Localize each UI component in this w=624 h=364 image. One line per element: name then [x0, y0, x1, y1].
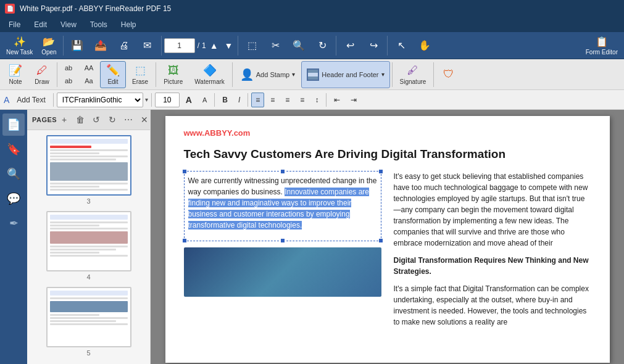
edit-button[interactable]: ✏️ Edit — [100, 61, 126, 88]
save-as-button[interactable]: 📤 — [89, 34, 112, 57]
indent-increase-button[interactable]: ⇥ — [346, 93, 361, 107]
menu-file[interactable]: File — [2, 19, 27, 30]
font-size-up-button[interactable]: A — [181, 93, 196, 107]
hand-icon: ✋ — [418, 39, 431, 51]
watermark-button[interactable]: 🔷 Watermark — [189, 61, 230, 88]
stamp-dropdown-arrow[interactable]: ▾ — [292, 71, 295, 78]
email-button[interactable]: ✉ — [136, 34, 159, 57]
more-options-button[interactable]: ⋯ — [121, 112, 136, 127]
email-icon: ✉ — [143, 39, 151, 51]
page-up-button[interactable]: ▲ — [207, 39, 221, 52]
font-size-down-button[interactable]: A — [198, 93, 211, 107]
sidebar-comment-icon[interactable]: 💬 — [2, 188, 25, 210]
page-document: www.ABBYY.com Tech Savvy Customers Are D… — [165, 116, 610, 363]
page-thumbnail-4[interactable]: 4 — [31, 211, 146, 281]
sidebar-pages-icon[interactable]: 📄 — [2, 114, 25, 136]
note-button[interactable]: 📝 Note — [2, 61, 28, 88]
draw-icon: 🖊 — [36, 64, 48, 77]
select-tool-button[interactable]: ⬚ — [241, 34, 263, 57]
justify-button[interactable]: ≡ — [296, 93, 309, 107]
arrow-tool-button[interactable]: ↖ — [390, 34, 412, 57]
zoom-button[interactable]: 🔍 — [288, 34, 310, 57]
main-area: 📄 🔖 🔍 💬 ✒ PAGES + 🗑 ↺ ↻ ⋯ ✕ — [0, 110, 624, 364]
close-pages-panel[interactable]: ✕ — [137, 112, 152, 127]
menu-tools[interactable]: Tools — [84, 19, 114, 30]
handle-tl[interactable] — [182, 169, 187, 174]
handle-br[interactable] — [378, 238, 383, 243]
menu-view[interactable]: View — [54, 19, 83, 30]
edit-toolbar: 📝 Note 🖊 Draw ab ab AA Aa ✏️ Edit ⬚ Eras… — [0, 59, 624, 90]
page-down-button[interactable]: ▼ — [222, 39, 236, 52]
rotate-page-left-button[interactable]: ↺ — [89, 112, 104, 127]
text-size-aa-btn[interactable]: AA — [80, 62, 98, 74]
add-text-button[interactable]: Add Text — [12, 93, 49, 107]
title-bar: 📄 White Paper.pdf - ABBYY FineReader PDF… — [0, 0, 624, 17]
align-left-button[interactable]: ≡ — [251, 93, 264, 107]
signature-icon: 🖋 — [407, 64, 418, 77]
align-center-button[interactable]: ≡ — [266, 93, 279, 107]
handle-tr[interactable] — [378, 169, 383, 174]
picture-button[interactable]: 🖼 Picture — [158, 61, 188, 88]
redo-button[interactable]: ↪ — [362, 34, 385, 57]
bold-button[interactable]: B — [218, 93, 232, 107]
save-button[interactable]: 💾 — [66, 34, 88, 57]
draw-button[interactable]: 🖊 Draw — [29, 61, 55, 88]
undo-button[interactable]: ↩ — [339, 34, 361, 57]
open-icon: 📂 — [43, 36, 55, 48]
text-edit-group: ab ab — [59, 62, 78, 87]
handle-bl[interactable] — [182, 238, 187, 243]
header-footer-dropdown[interactable]: ▾ — [381, 71, 385, 78]
hand-tool-button[interactable]: ✋ — [414, 34, 436, 57]
indent-decrease-button[interactable]: ⇤ — [330, 93, 344, 107]
menu-edit[interactable]: Edit — [28, 19, 53, 30]
delete-page-button[interactable]: 🗑 — [73, 112, 88, 127]
print-button[interactable]: 🖨 — [113, 34, 135, 57]
sidebar-bookmark-icon[interactable]: 🔖 — [2, 138, 25, 160]
font-family-select[interactable]: ITCFranklinGothic Arial Times New Roman — [57, 93, 143, 107]
handle-tc[interactable] — [280, 169, 285, 174]
edit-separator-2 — [156, 62, 156, 87]
text-edit-ab-btn[interactable]: ab — [59, 62, 78, 74]
page-thumbnail-3[interactable]: 3 — [31, 135, 146, 205]
handle-bc[interactable] — [280, 238, 285, 243]
sidebar-sign-icon[interactable]: ✒ — [2, 212, 25, 234]
print-icon: 🖨 — [119, 40, 129, 51]
menu-help[interactable]: Help — [115, 19, 143, 30]
text-size-aa-btn2[interactable]: Aa — [80, 75, 98, 87]
form-editor-button[interactable]: 📋 Form Editor — [582, 34, 622, 57]
protect-button[interactable]: 🛡 — [436, 61, 462, 88]
open-button[interactable]: 📂 Open — [38, 34, 60, 57]
new-task-icon: ✨ — [14, 36, 26, 48]
rotate-page-right-button[interactable]: ↻ — [105, 112, 120, 127]
rotate-button[interactable]: ↻ — [311, 34, 333, 57]
page-4-number: 4 — [86, 273, 90, 281]
text-edit-ab-btn2[interactable]: ab — [59, 75, 78, 87]
page-thumbnail-5[interactable]: 5 — [31, 287, 146, 357]
redo-icon: ↪ — [370, 39, 378, 51]
crop-button[interactable]: ✂ — [264, 34, 286, 57]
text-cursor-icon: A — [4, 95, 9, 105]
add-stamp-button[interactable]: 👤 Add Stamp ▾ — [235, 61, 301, 88]
page-total: 1 — [202, 41, 206, 50]
page-separator: / — [198, 41, 199, 50]
erase-button[interactable]: ⬚ Erase — [127, 61, 154, 88]
signature-button[interactable]: 🖋 Signature — [394, 61, 432, 88]
line-space-button[interactable]: ↕ — [310, 93, 323, 107]
form-icon: 📋 — [596, 36, 608, 48]
save-as-icon: 📤 — [94, 39, 107, 51]
sidebar-search-icon[interactable]: 🔍 — [2, 163, 25, 185]
font-dropdown-arrow[interactable]: ▾ — [145, 96, 148, 103]
header-footer-button[interactable]: Header and Footer ▾ — [301, 61, 389, 88]
left-column: We are currently witnessing unprecedente… — [184, 171, 381, 334]
add-page-button[interactable]: + — [57, 112, 72, 127]
zoom-icon: 🔍 — [293, 39, 305, 51]
new-task-button[interactable]: ✨ New Task — [2, 34, 36, 57]
italic-button[interactable]: I — [234, 93, 244, 107]
right-col-para1: It's easy to get stuck believing that es… — [394, 171, 591, 249]
align-right-button[interactable]: ≡ — [281, 93, 294, 107]
page-5-number: 5 — [86, 349, 90, 357]
font-size-input[interactable] — [155, 93, 180, 107]
page-number-input[interactable] — [164, 38, 195, 53]
text-selection-box[interactable]: We are currently witnessing unprecedente… — [184, 171, 381, 241]
edit-separator-5 — [433, 62, 434, 87]
